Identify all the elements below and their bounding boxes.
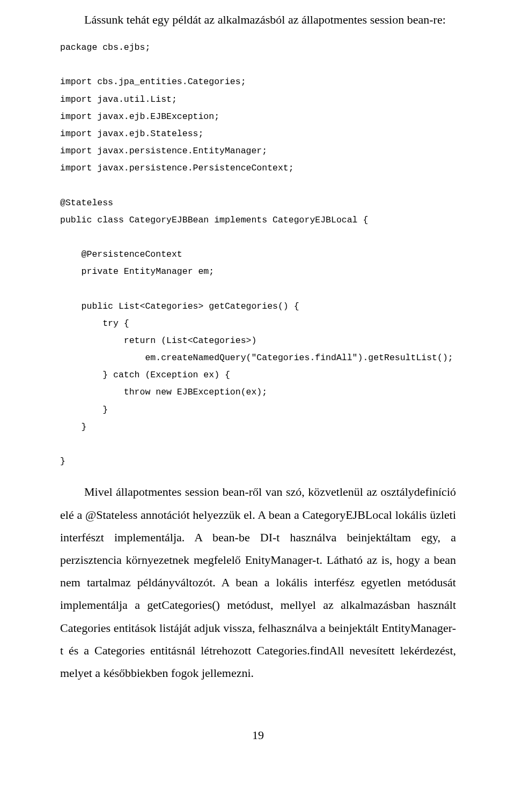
page-content: Lássunk tehát egy példát az alkalmazásbó… bbox=[0, 0, 515, 764]
code-listing: package cbs.ejbs; import cbs.jpa_entitie… bbox=[60, 39, 456, 470]
intro-paragraph: Lássunk tehát egy példát az alkalmazásbó… bbox=[60, 11, 456, 28]
page-number: 19 bbox=[60, 728, 456, 742]
body-paragraph: Mivel állapotmentes session bean-ről van… bbox=[60, 481, 456, 684]
